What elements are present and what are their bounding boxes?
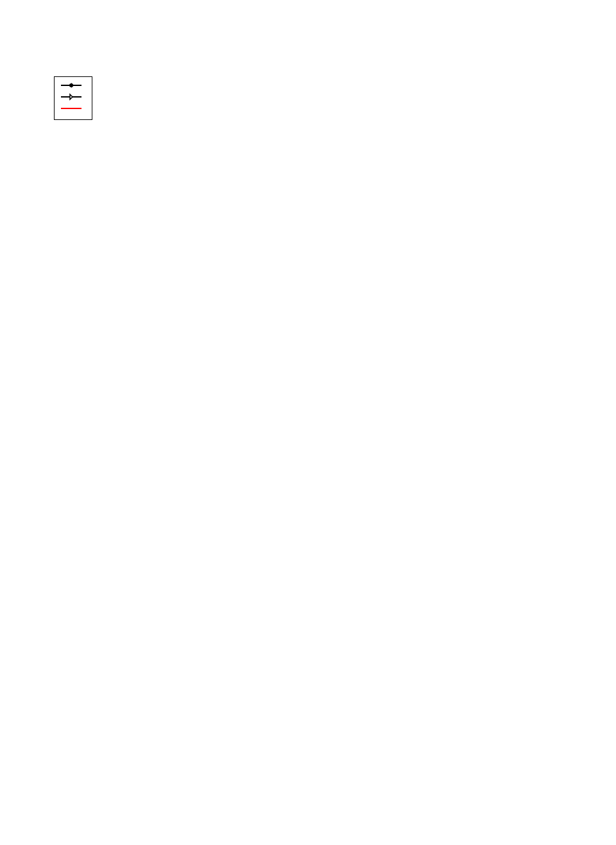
chart-section bbox=[0, 57, 616, 451]
legend-item-2 bbox=[61, 92, 85, 101]
chart-legend bbox=[54, 76, 92, 120]
svg-marker-4 bbox=[70, 94, 73, 99]
svg-point-2 bbox=[69, 83, 73, 87]
code-block bbox=[0, 0, 616, 51]
chart-svg bbox=[15, 70, 603, 486]
legend-item-3 bbox=[61, 104, 85, 113]
legend-item-1 bbox=[61, 81, 85, 90]
